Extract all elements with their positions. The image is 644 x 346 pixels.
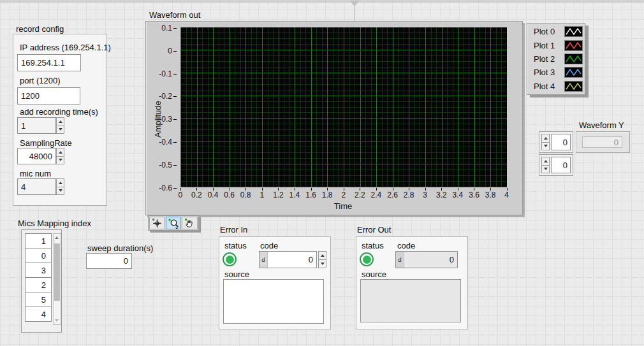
x-tick: 1.4	[286, 191, 303, 199]
add-recording-time-stepper	[56, 117, 64, 134]
error-out-code-field: d 0	[395, 251, 458, 268]
scroll-down-icon[interactable]	[55, 319, 59, 322]
increment-button[interactable]	[56, 178, 64, 187]
index-value-field[interactable]: 0	[551, 134, 571, 150]
down-arrow-icon	[59, 159, 62, 161]
x-tick: 3.6	[466, 191, 483, 199]
decrement-button[interactable]	[56, 156, 64, 165]
radix-indicator[interactable]: d	[260, 252, 268, 268]
port-label: port (1200)	[20, 76, 61, 85]
x-tick: 3.2	[434, 191, 450, 199]
sampling-rate-label: SamplingRate	[20, 138, 72, 148]
array-cell[interactable]: 0	[25, 248, 52, 263]
error-out-status-label: status	[362, 241, 384, 250]
ip-address-field[interactable]: 169.254.1.1	[17, 54, 81, 71]
array-cell[interactable]: 1	[25, 233, 52, 249]
top-strip	[0, 0, 644, 3]
sweep-duration-field[interactable]: 0	[86, 253, 132, 269]
graph-palette	[148, 215, 199, 231]
waveform-y-value: 0	[582, 136, 622, 148]
mics-mapping-label: Mics Mapping index	[18, 219, 91, 228]
mics-mapping-cells: 1 0 3 2 5 4	[25, 233, 52, 322]
radix-indicator: d	[396, 252, 404, 268]
error-in-source-field[interactable]	[223, 279, 324, 324]
pan-tool-button[interactable]	[182, 217, 198, 229]
decrement-button[interactable]	[56, 126, 64, 134]
error-out-source-field	[360, 279, 461, 322]
legend-label: Plot 3	[534, 68, 560, 77]
led-icon	[226, 256, 234, 264]
error-out-source-label: source	[362, 270, 386, 279]
port-field[interactable]: 1200	[17, 87, 80, 105]
splitter-line	[354, 6, 355, 22]
decrement-button[interactable]	[541, 165, 550, 174]
legend-item-plot2[interactable]: Plot 2	[527, 54, 585, 64]
legend-item-plot4[interactable]: Plot 4	[527, 81, 585, 92]
error-in-code-field[interactable]: d 0	[259, 251, 317, 268]
legend-item-plot3[interactable]: Plot 3	[527, 67, 585, 78]
legend-label: Plot 4	[534, 82, 560, 91]
splitter-handle-icon[interactable]	[349, 1, 360, 6]
plot-line-sample-icon	[564, 67, 583, 78]
y-tick: 0.1	[147, 17, 177, 40]
waveform-plot-area[interactable]	[180, 27, 507, 187]
x-tick: 2.2	[352, 191, 369, 199]
sampling-rate-stepper	[56, 148, 64, 164]
increment-button[interactable]	[318, 251, 326, 260]
waveform-y-index-1: 0	[539, 154, 573, 176]
x-tick: 2	[335, 191, 352, 199]
x-axis-ticks: 0 0.2 0.4 0.6 0.8 1 1.2 1.4 1.6 1.8 2 2.…	[172, 191, 515, 199]
decrement-button[interactable]	[56, 187, 64, 196]
add-recording-time-field[interactable]: 1	[17, 117, 56, 134]
x-tick: 2.4	[368, 191, 384, 199]
x-tick: 0	[172, 191, 189, 199]
waveform-y-index-0: 0	[539, 131, 573, 153]
increment-button[interactable]	[541, 134, 550, 143]
plot-line-sample-icon	[564, 54, 583, 64]
plot-line-sample-icon	[564, 81, 583, 92]
array-cell[interactable]: 5	[25, 292, 52, 307]
cursor-tool-button[interactable]	[149, 217, 165, 229]
error-in-status-led[interactable]	[223, 252, 237, 266]
x-tick: 0.8	[237, 191, 254, 199]
index-value-field[interactable]: 0	[551, 157, 571, 173]
sampling-rate-field[interactable]: 48000	[17, 148, 56, 164]
zoom-tool-icon	[168, 218, 179, 229]
error-out-title: Error Out	[357, 225, 391, 234]
increment-button[interactable]	[541, 157, 550, 166]
increment-button[interactable]	[56, 117, 64, 126]
up-arrow-icon	[59, 182, 62, 184]
array-cell[interactable]: 4	[25, 306, 52, 322]
array-scrollbar[interactable]	[53, 233, 61, 325]
legend-label: Plot 0	[534, 27, 560, 36]
decrement-button[interactable]	[541, 142, 550, 151]
down-arrow-icon	[59, 189, 62, 192]
mic-num-field[interactable]: 4	[17, 178, 56, 195]
x-tick: 1.8	[319, 191, 335, 199]
decrement-button[interactable]	[318, 259, 326, 268]
record-config-title: record config	[16, 24, 64, 34]
mic-num-stepper	[56, 178, 64, 195]
increment-button[interactable]	[56, 148, 64, 157]
array-cell[interactable]: 2	[25, 277, 52, 292]
scroll-up-icon[interactable]	[55, 236, 59, 239]
x-tick: 1	[254, 191, 270, 199]
x-tick: 0.4	[205, 191, 221, 199]
mic-num-label: mic num	[20, 169, 51, 178]
array-cell[interactable]: 3	[25, 263, 52, 278]
legend-label: Plot 1	[534, 41, 560, 50]
legend-item-plot0[interactable]: Plot 0	[527, 26, 585, 37]
zoom-tool-button[interactable]	[166, 217, 182, 229]
error-in-status-label: status	[224, 241, 247, 250]
x-tick: 4	[499, 191, 515, 199]
y-tick: 0	[147, 40, 177, 62]
y-axis-label: Amplitude	[153, 71, 163, 167]
x-tick: 1.6	[303, 191, 319, 199]
legend-item-plot1[interactable]: Plot 1	[527, 40, 585, 51]
plot-line-sample-icon	[564, 40, 583, 51]
x-tick: 3.4	[450, 191, 466, 199]
up-arrow-icon	[544, 137, 548, 140]
add-recording-time-label: add recording time(s)	[20, 107, 98, 117]
scrollbar-thumb[interactable]	[54, 243, 60, 301]
down-arrow-icon	[544, 168, 548, 170]
